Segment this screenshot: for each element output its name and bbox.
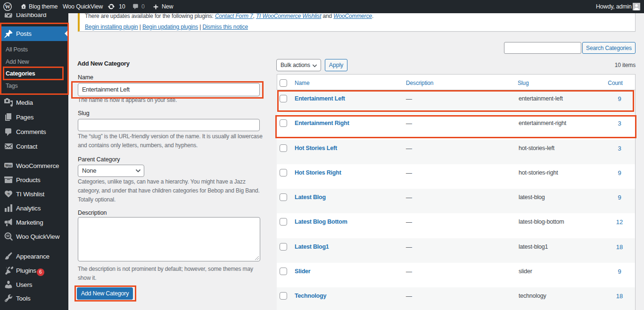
svg-text:Woo: Woo — [5, 164, 12, 167]
svg-text:TI: TI — [8, 193, 10, 195]
svg-text:W: W — [5, 3, 10, 10]
